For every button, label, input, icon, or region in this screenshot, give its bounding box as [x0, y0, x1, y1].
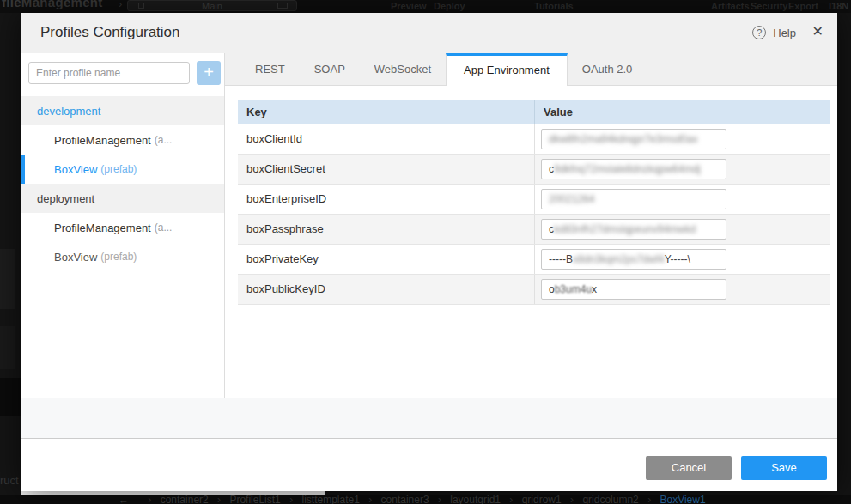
background-left-rail: ruct: [0, 13, 21, 504]
value-masked-text: 20021264: [549, 193, 594, 205]
background-top-bar: fileManagement › Main Preview Deploy Tut…: [0, 0, 851, 13]
key-cell: boxClientId: [238, 124, 534, 154]
chevron-right-icon: ›: [119, 0, 122, 10]
breadcrumb-item: container2: [161, 494, 209, 504]
help-button[interactable]: ? Help: [752, 26, 796, 39]
sidebar-item-deployment[interactable]: deployment: [21, 184, 224, 213]
value-input[interactable]: 20021264: [541, 189, 726, 209]
value-input[interactable]: ckd83nfh27dmslqpeunv94mwkd: [541, 219, 726, 240]
sidebar-item-development[interactable]: development: [21, 96, 224, 125]
sidebar-item-boxview-deploy[interactable]: BoxView (prefab): [21, 242, 224, 271]
value-input[interactable]: -----Bx8dn3kqm2ps7dwf4Y-----\: [541, 249, 726, 270]
page-name-label: Main: [128, 1, 296, 11]
breadcrumb-item: listtemplate1: [301, 494, 359, 504]
breadcrumb-separator: ›: [509, 494, 513, 504]
value-cell: -----Bx8dn3kqm2ps7dwf4Y-----\: [534, 245, 830, 274]
profiles-configuration-dialog: Profiles Configuration ? Help ✕ + develo…: [21, 13, 837, 491]
menu-item-export: Export: [788, 1, 818, 11]
tab-websocket[interactable]: WebSocket: [360, 53, 446, 85]
background-page-selector: Main: [127, 0, 297, 11]
split-view-icon: [277, 3, 288, 9]
key-cell: boxClientSecret: [238, 155, 534, 184]
background-panel-block: [0, 249, 15, 309]
value-cell: dkw8fn2ma94kdnqpr7e3msd0ax: [534, 124, 830, 154]
sidebar-item-profilemanagement-deploy[interactable]: ProfileManagement (a...: [21, 213, 224, 242]
profile-label: ProfileManagement: [54, 134, 151, 147]
breadcrumb-separator: ›: [217, 494, 221, 504]
key-value-table: Key Value boxClientId dkw8fn2ma94kdnqpr7…: [238, 100, 830, 305]
value-masked-text: dkw8fn2ma94kdnqpr7e3msd0ax: [549, 133, 697, 145]
value-clear-text: x: [592, 283, 597, 295]
profile-group-label: development: [37, 105, 100, 118]
menu-item-deploy: Deploy: [434, 1, 465, 11]
table-header-row: Key Value: [238, 100, 830, 124]
key-cell: boxPrivateKey: [238, 245, 534, 274]
background-panel-block: [0, 326, 15, 369]
breadcrumb-item: gridrow1: [522, 494, 562, 504]
breadcrumb-item: ProfileList1: [229, 494, 280, 504]
profile-group-label: deployment: [37, 192, 94, 205]
cancel-button[interactable]: Cancel: [646, 456, 732, 480]
profile-suffix: (prefab): [100, 251, 137, 263]
value-masked-text: 9dkfnq72mslale8dnzkqpw64mdj: [554, 163, 701, 175]
value-cell: ckd83nfh27dmslqpeunv94mwkd: [534, 215, 830, 244]
table-row: boxClientId dkw8fn2ma94kdnqpr7e3msd0ax: [238, 124, 830, 155]
breadcrumb-item: layoutgrid1: [450, 494, 501, 504]
breadcrumb-item: container3: [381, 494, 429, 504]
dialog-title: Profiles Configuration: [40, 24, 180, 41]
breadcrumb-separator: ›: [570, 494, 574, 504]
background-text-fragment: ruct: [0, 474, 19, 487]
menu-item-i18n: I18N: [829, 1, 848, 11]
profile-detail-panel: REST SOAP WebSocket App Environment OAut…: [225, 53, 837, 398]
save-button[interactable]: Save: [741, 456, 827, 480]
profiles-sidebar: + development ProfileManagement (a... Bo…: [21, 53, 225, 398]
menu-item-preview: Preview: [391, 1, 427, 11]
breadcrumb-item-selected: BoxView1: [660, 494, 705, 504]
value-clear-text: Y-----\: [665, 253, 690, 265]
value-cell: ob3um4ux: [534, 275, 830, 304]
profile-label: BoxView: [54, 163, 97, 176]
value-masked-text: b3um4u: [555, 283, 592, 295]
value-cell: c9dkfnq72mslale8dnzkqpw64mdj: [534, 155, 830, 184]
profile-label: ProfileManagement: [54, 222, 151, 234]
tab-strip: REST SOAP WebSocket App Environment OAut…: [225, 53, 837, 86]
table-row: boxPublicKeyID ob3um4ux: [238, 275, 830, 305]
value-masked-text: kd83nfh27dmslqpeunv94mwkd: [554, 223, 696, 235]
tab-soap[interactable]: SOAP: [300, 53, 360, 85]
sidebar-item-profilemanagement-dev[interactable]: ProfileManagement (a...: [21, 125, 224, 155]
value-clear-text: o: [549, 283, 555, 295]
close-icon[interactable]: ✕: [812, 23, 824, 39]
dialog-lower-strip: [21, 398, 837, 439]
column-header-key: Key: [238, 100, 534, 124]
value-cell: 20021264: [534, 185, 830, 214]
value-input[interactable]: ob3um4ux: [541, 279, 726, 300]
background-panel-block: [0, 378, 21, 416]
breadcrumb-separator: ›: [368, 494, 372, 504]
tab-rest[interactable]: REST: [240, 53, 300, 85]
tab-content: Key Value boxClientId dkw8fn2ma94kdnqpr7…: [225, 86, 837, 398]
tab-oauth2[interactable]: OAuth 2.0: [568, 53, 647, 85]
value-input[interactable]: dkw8fn2ma94kdnqpr7e3msd0ax: [541, 129, 726, 149]
value-clear-text: -----B: [549, 253, 573, 265]
table-row: boxEnterpriseID 20021264: [238, 185, 830, 215]
table-row: boxPrivateKey -----Bx8dn3kqm2ps7dwf4Y---…: [238, 245, 830, 275]
profile-name-input[interactable]: [28, 62, 190, 84]
column-header-value: Value: [534, 100, 830, 124]
table-row: boxClientSecret c9dkfnq72mslale8dnzkqpw6…: [238, 155, 830, 185]
dialog-header: Profiles Configuration ? Help ✕: [21, 13, 837, 53]
add-profile-button[interactable]: +: [197, 61, 221, 85]
profile-suffix: (a...: [155, 222, 173, 234]
breadcrumb-item: gridcolumn2: [582, 494, 638, 504]
value-masked-text: x8dn3kqm2ps7dwf4: [573, 253, 665, 265]
profile-suffix: (prefab): [100, 163, 137, 175]
tab-app-environment[interactable]: App Environment: [446, 53, 568, 86]
breadcrumb-separator: ›: [289, 494, 293, 504]
plus-icon: +: [204, 63, 214, 82]
background-breadcrumb-bar: ← › container2 › ProfileList1 › listtemp…: [0, 495, 851, 504]
key-cell: boxPublicKeyID: [238, 275, 534, 304]
dialog-footer: Cancel Save: [21, 439, 837, 491]
value-input[interactable]: c9dkfnq72mslale8dnzkqpw64mdj: [541, 159, 726, 179]
sidebar-item-boxview-dev-selected[interactable]: BoxView (prefab): [21, 155, 224, 184]
breadcrumb-separator: ›: [148, 494, 151, 504]
screen: fileManagement › Main Preview Deploy Tut…: [0, 0, 851, 504]
